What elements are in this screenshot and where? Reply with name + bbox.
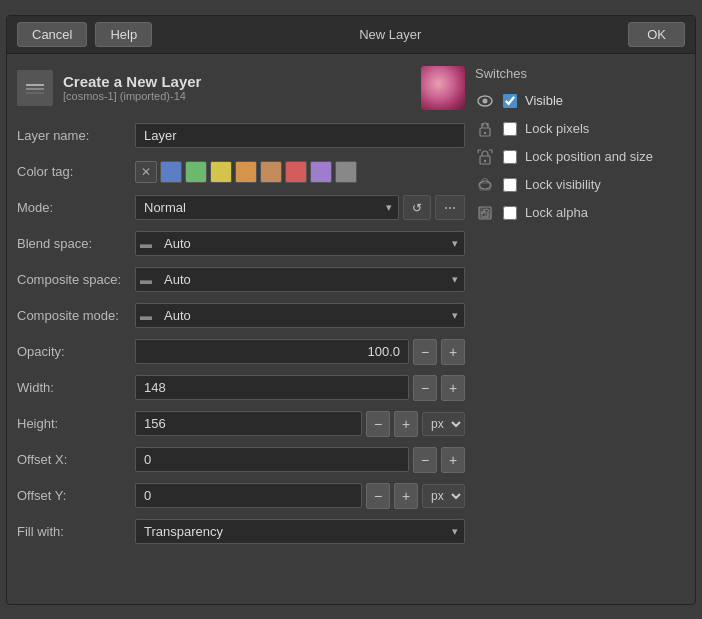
blend-space-select[interactable]: ▬ Auto ▾	[135, 231, 465, 256]
blend-space-label: Blend space:	[17, 236, 135, 251]
offset-y-input[interactable]	[135, 483, 362, 508]
opacity-input[interactable]	[135, 339, 409, 364]
blend-dropdown-arrow: ▾	[446, 237, 464, 250]
lock-pixels-icon	[475, 119, 495, 139]
layer-create-title: Create a New Layer	[63, 73, 201, 90]
lock-pixels-switch-row: Lock pixels	[475, 119, 685, 139]
color-swatch-blue[interactable]	[160, 161, 182, 183]
lock-visibility-switch-row: Lock visibility	[475, 175, 685, 195]
layer-name-input[interactable]	[135, 123, 465, 148]
composite-mode-value: Auto	[156, 304, 446, 327]
offset-y-unit-select[interactable]: px	[422, 484, 465, 508]
ok-button[interactable]: OK	[628, 22, 685, 47]
width-increment-button[interactable]: +	[441, 375, 465, 401]
composite-space-select[interactable]: ▬ Auto ▾	[135, 267, 465, 292]
color-tag-row: Color tag: ✕	[17, 158, 465, 186]
fill-dropdown-arrow: ▾	[446, 525, 464, 538]
layer-name-row: Layer name:	[17, 122, 465, 150]
composite-space-label: Composite space:	[17, 272, 135, 287]
height-control: − + px	[135, 411, 465, 437]
offset-x-input[interactable]	[135, 447, 409, 472]
layer-subtitle: [cosmos-1] (imported)-14	[63, 90, 201, 102]
height-increment-button[interactable]: +	[394, 411, 418, 437]
cancel-button[interactable]: Cancel	[17, 22, 87, 47]
height-input[interactable]	[135, 411, 362, 436]
layer-header: Create a New Layer [cosmos-1] (imported)…	[17, 66, 465, 110]
opacity-label: Opacity:	[17, 344, 135, 359]
offset-x-row: Offset X: − +	[17, 446, 465, 474]
opacity-row: Opacity: − +	[17, 338, 465, 366]
blend-icon: ▬	[136, 237, 156, 251]
fill-label: Fill with:	[17, 524, 135, 539]
fill-row: Fill with: Transparency ▾	[17, 518, 465, 546]
layer-header-text: Create a New Layer [cosmos-1] (imported)…	[63, 73, 201, 102]
fill-select[interactable]: Transparency ▾	[135, 519, 465, 544]
opacity-decrement-button[interactable]: −	[413, 339, 437, 365]
mode-select-value: Normal	[136, 196, 380, 219]
svg-point-4	[483, 98, 488, 103]
opacity-increment-button[interactable]: +	[441, 339, 465, 365]
lock-position-checkbox[interactable]	[503, 150, 517, 164]
svg-rect-0	[26, 84, 44, 86]
color-swatch-brown[interactable]	[260, 161, 282, 183]
color-swatch-purple[interactable]	[310, 161, 332, 183]
offset-y-increment-button[interactable]: +	[394, 483, 418, 509]
visible-label: Visible	[525, 93, 563, 108]
composite-space-value: Auto	[156, 268, 446, 291]
offset-y-label: Offset Y:	[17, 488, 135, 503]
offset-x-label: Offset X:	[17, 452, 135, 467]
lock-position-switch-row: Lock position and size	[475, 147, 685, 167]
lock-visibility-label: Lock visibility	[525, 177, 601, 192]
mode-extra-button[interactable]: ⋯	[435, 195, 465, 220]
mode-reset-button[interactable]: ↺	[403, 195, 431, 220]
color-tag-none[interactable]: ✕	[135, 161, 157, 183]
mode-control: Normal ▾ ↺ ⋯	[135, 195, 465, 220]
width-label: Width:	[17, 380, 135, 395]
mode-row: Mode: Normal ▾ ↺ ⋯	[17, 194, 465, 222]
height-unit-select[interactable]: px	[422, 412, 465, 436]
color-swatch-green[interactable]	[185, 161, 207, 183]
composite-mode-icon: ▬	[136, 309, 156, 323]
lock-alpha-switch-row: Lock alpha	[475, 203, 685, 223]
composite-mode-dropdown-arrow: ▾	[446, 309, 464, 322]
offset-x-control: − +	[135, 447, 465, 473]
color-swatch-gray[interactable]	[335, 161, 357, 183]
color-swatch-orange[interactable]	[235, 161, 257, 183]
lock-alpha-label: Lock alpha	[525, 205, 588, 220]
offset-x-decrement-button[interactable]: −	[413, 447, 437, 473]
visible-switch-row: Visible	[475, 91, 685, 111]
svg-point-10	[484, 159, 486, 161]
offset-y-decrement-button[interactable]: −	[366, 483, 390, 509]
dialog-body: Create a New Layer [cosmos-1] (imported)…	[7, 54, 695, 604]
width-decrement-button[interactable]: −	[413, 375, 437, 401]
help-button[interactable]: Help	[95, 22, 152, 47]
color-swatch-yellow[interactable]	[210, 161, 232, 183]
layer-thumbnail	[421, 66, 465, 110]
width-control: − +	[135, 375, 465, 401]
lock-alpha-checkbox[interactable]	[503, 206, 517, 220]
mode-select-wrapper[interactable]: Normal ▾	[135, 195, 399, 220]
color-swatch-red[interactable]	[285, 161, 307, 183]
svg-point-11	[479, 181, 491, 189]
visible-checkbox[interactable]	[503, 94, 517, 108]
blend-space-value: Auto	[156, 232, 446, 255]
color-tag-control: ✕	[135, 161, 465, 183]
left-panel: Create a New Layer [cosmos-1] (imported)…	[17, 66, 465, 594]
width-row: Width: − +	[17, 374, 465, 402]
fill-value: Transparency	[136, 520, 446, 543]
height-decrement-button[interactable]: −	[366, 411, 390, 437]
mode-dropdown-arrow: ▾	[380, 201, 398, 214]
lock-pixels-label: Lock pixels	[525, 121, 589, 136]
composite-space-dropdown-arrow: ▾	[446, 273, 464, 286]
lock-visibility-icon	[475, 175, 495, 195]
switches-title: Switches	[475, 66, 685, 81]
composite-mode-select[interactable]: ▬ Auto ▾	[135, 303, 465, 328]
svg-rect-1	[26, 88, 44, 90]
offset-y-control: − + px	[135, 483, 465, 509]
svg-rect-7	[481, 123, 484, 126]
lock-pixels-checkbox[interactable]	[503, 122, 517, 136]
offset-x-increment-button[interactable]: +	[441, 447, 465, 473]
lock-visibility-checkbox[interactable]	[503, 178, 517, 192]
height-label: Height:	[17, 416, 135, 431]
width-input[interactable]	[135, 375, 409, 400]
